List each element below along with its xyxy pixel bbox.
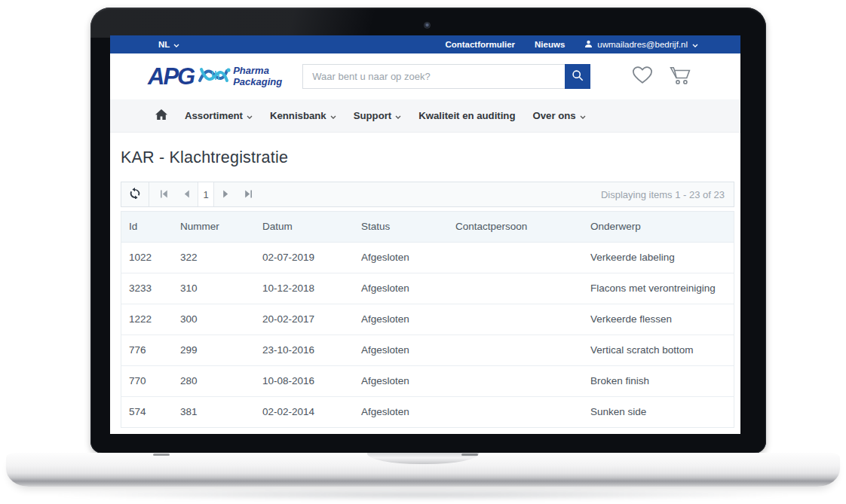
cell-onderwerp: Sunken side bbox=[583, 396, 734, 427]
column-header-contactpersoon[interactable]: Contactpersoon bbox=[448, 212, 583, 242]
logo-line1: Pharma bbox=[233, 65, 269, 76]
display-status: Displaying items 1 - 23 of 23 bbox=[601, 189, 734, 200]
laptop-reflection bbox=[45, 489, 801, 501]
nav-item-label: Over ons bbox=[532, 110, 575, 121]
chevron-down-icon bbox=[692, 40, 698, 49]
cell-datum: 20-02-2017 bbox=[255, 304, 354, 334]
search-button[interactable] bbox=[565, 64, 590, 89]
hinge-mark bbox=[461, 454, 478, 456]
cell-id: 776 bbox=[121, 334, 173, 365]
table-row[interactable]: 1022 322 02-07-2019 Afgesloten Verkeerde… bbox=[121, 242, 734, 273]
nav-item-label: Assortiment bbox=[185, 110, 243, 121]
table-row[interactable]: 574 381 02-02-2014 Afgesloten Sunken sid… bbox=[121, 396, 734, 427]
cell-status: Afgesloten bbox=[354, 273, 448, 304]
language-selector[interactable]: NL bbox=[158, 40, 179, 49]
last-page-icon bbox=[244, 189, 253, 200]
cell-contactpersoon bbox=[448, 334, 583, 365]
chevron-down-icon bbox=[173, 40, 179, 49]
topbar-link-nieuws[interactable]: Nieuws bbox=[535, 40, 565, 49]
cell-contactpersoon bbox=[448, 273, 583, 304]
search-icon bbox=[572, 69, 584, 84]
cell-id: 770 bbox=[121, 365, 173, 396]
cell-nummer: 280 bbox=[173, 365, 255, 396]
first-page-icon bbox=[160, 189, 168, 200]
logo[interactable]: APG Pharma Packaging bbox=[148, 63, 293, 90]
cell-id: 1222 bbox=[121, 304, 173, 334]
column-header-datum[interactable]: Datum bbox=[255, 212, 354, 242]
wishlist-button[interactable] bbox=[632, 66, 653, 87]
dna-icon bbox=[198, 63, 231, 90]
nav-item-assortiment[interactable]: Assortiment bbox=[185, 110, 253, 121]
cell-id: 1022 bbox=[121, 242, 173, 273]
nav-item-kennisbank[interactable]: Kennisbank bbox=[270, 110, 336, 121]
pager: 1 bbox=[152, 182, 259, 206]
cell-contactpersoon bbox=[448, 396, 583, 427]
cell-id: 574 bbox=[121, 396, 173, 427]
column-header-id[interactable]: Id bbox=[121, 212, 173, 242]
nav-item-support[interactable]: Support bbox=[354, 110, 402, 121]
complaints-table: Id Nummer Datum Status Contactpersoon On… bbox=[121, 212, 734, 427]
cell-datum: 02-07-2019 bbox=[255, 242, 354, 273]
logo-line2: Packaging bbox=[233, 76, 282, 87]
cell-onderwerp: Broken finish bbox=[583, 365, 734, 396]
nav-item-label: Kennisbank bbox=[270, 110, 326, 121]
cell-status: Afgesloten bbox=[354, 334, 448, 365]
nav-home[interactable] bbox=[155, 109, 167, 122]
nav-item-kwaliteit-en-auditing[interactable]: Kwaliteit en auditing bbox=[418, 110, 515, 121]
topbar-links: Contactformulier Nieuws uwmailadres@bedr… bbox=[445, 40, 698, 50]
cell-nummer: 300 bbox=[173, 304, 255, 334]
current-page[interactable]: 1 bbox=[198, 182, 214, 206]
nav-item-label: Kwaliteit en auditing bbox=[418, 110, 515, 121]
page-title: KAR - Klachtregistratie bbox=[121, 148, 734, 167]
cell-nummer: 381 bbox=[173, 396, 255, 427]
cart-icon bbox=[670, 66, 691, 88]
cell-datum: 10-12-2018 bbox=[255, 273, 354, 304]
cell-contactpersoon bbox=[448, 242, 583, 273]
cell-status: Afgesloten bbox=[354, 365, 448, 396]
chevron-down-icon bbox=[330, 110, 336, 121]
next-page-icon bbox=[222, 189, 229, 200]
cell-id: 3233 bbox=[121, 273, 173, 304]
cell-datum: 02-02-2014 bbox=[255, 396, 354, 427]
table-row[interactable]: 1222 300 20-02-2017 Afgesloten Verkeerde… bbox=[121, 304, 734, 334]
column-header-onderwerp[interactable]: Onderwerp bbox=[583, 212, 734, 242]
cell-onderwerp: Verkeerde flessen bbox=[583, 304, 734, 334]
table-row[interactable]: 3233 310 10-12-2018 Afgesloten Flacons m… bbox=[121, 273, 734, 304]
logo-wordmark: Pharma Packaging bbox=[233, 66, 282, 87]
table-header-row: Id Nummer Datum Status Contactpersoon On… bbox=[121, 212, 734, 242]
site-header: APG Pharma Packaging bbox=[110, 53, 740, 99]
cart-button[interactable] bbox=[670, 66, 691, 88]
laptop-screen: NL Contactformulier Nieuws uwmailadres@b… bbox=[110, 35, 740, 434]
account-email: uwmailadres@bedrijf.nl bbox=[597, 40, 688, 49]
last-page-button[interactable] bbox=[237, 182, 259, 206]
cell-onderwerp: Vertical scratch bottom bbox=[583, 334, 734, 365]
laptop-mockup: NL Contactformulier Nieuws uwmailadres@b… bbox=[0, 0, 846, 504]
search-box bbox=[302, 64, 590, 89]
cell-status: Afgesloten bbox=[354, 242, 448, 273]
cell-onderwerp: Verkeerde labeling bbox=[583, 242, 734, 273]
nav-item-over-ons[interactable]: Over ons bbox=[532, 110, 585, 121]
cell-datum: 10-08-2016 bbox=[255, 365, 354, 396]
language-label: NL bbox=[158, 40, 170, 49]
webcam-dot bbox=[424, 22, 431, 29]
column-header-nummer[interactable]: Nummer bbox=[173, 212, 255, 242]
chevron-down-icon bbox=[580, 110, 586, 121]
search-input[interactable] bbox=[302, 64, 565, 89]
hinge-mark bbox=[153, 454, 170, 456]
cell-nummer: 310 bbox=[173, 273, 255, 304]
table-row[interactable]: 770 280 10-08-2016 Afgesloten Broken fin… bbox=[121, 365, 734, 396]
next-page-button[interactable] bbox=[214, 182, 237, 206]
home-icon bbox=[155, 109, 167, 122]
nav-item-label: Support bbox=[354, 110, 392, 121]
table-row[interactable]: 776 299 23-10-2016 Afgesloten Vertical s… bbox=[121, 334, 734, 365]
topbar-link-contactformulier[interactable]: Contactformulier bbox=[445, 40, 515, 49]
first-page-button[interactable] bbox=[152, 182, 175, 206]
prev-page-button[interactable] bbox=[175, 182, 198, 206]
account-menu[interactable]: uwmailadres@bedrijf.nl bbox=[584, 40, 698, 50]
column-header-status[interactable]: Status bbox=[354, 212, 448, 242]
refresh-button[interactable] bbox=[121, 182, 149, 206]
cell-nummer: 299 bbox=[173, 334, 255, 365]
heart-icon bbox=[632, 66, 653, 87]
complaints-grid: Id Nummer Datum Status Contactpersoon On… bbox=[121, 211, 734, 428]
main-nav: Assortiment Kennisbank Support Kwaliteit… bbox=[110, 99, 740, 133]
